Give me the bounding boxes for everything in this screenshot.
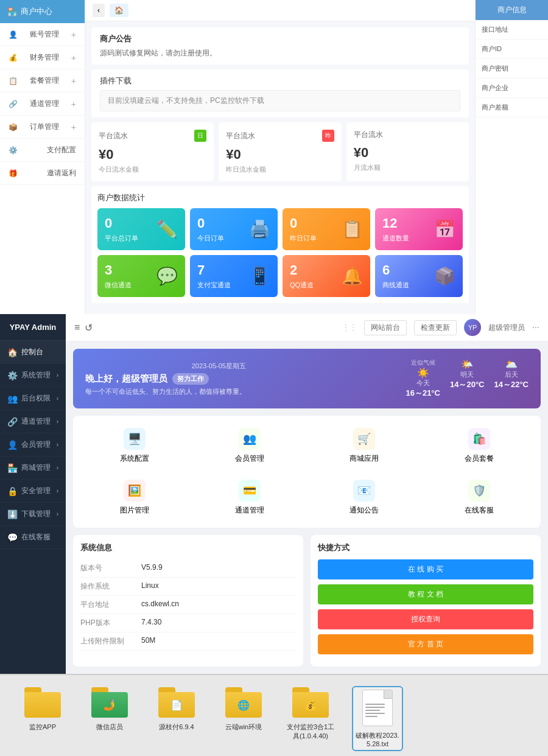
weather-today-label: 今天 xyxy=(406,379,440,388)
quicklink-buy-button[interactable]: 在 线 购 买 xyxy=(318,559,533,579)
folder-payment-monitor-icon: 💰 xyxy=(292,687,329,718)
stats-section: 商户数据统计 0 平台总订单 ✏️ 0 今日订单 xyxy=(91,186,469,303)
sidebar-item-icon: ⚙️ xyxy=(9,146,18,155)
flow-card-header: 平台流水 昨 xyxy=(226,130,334,142)
images-icon: 🖼️ xyxy=(124,480,146,502)
admin-nav-security[interactable]: 🔒 安全管理 › xyxy=(0,480,66,503)
admin-nav-label: 控制台 xyxy=(21,347,43,357)
sidebar-item-payment[interactable]: ⚙️ 支付配置 xyxy=(0,139,85,162)
stat-name: 平台总订单 xyxy=(105,234,138,243)
desktop-item-payment-monitor[interactable]: 💰 支付监控3合1工具(1.0.4.40) xyxy=(286,687,335,741)
more-options-icon[interactable]: ⋯ xyxy=(532,323,539,332)
merchant-main: ‹ 🏠 商户公告 源码测试修复网站，请勿注册使用。 插件下载 目前没填建云端，不… xyxy=(85,0,475,314)
flow-card-title: 平台流水 xyxy=(354,130,383,140)
quicklink-docs-button[interactable]: 教 程 文 档 xyxy=(318,584,533,604)
merchant-info-interface[interactable]: 接口地址 xyxy=(476,20,548,40)
nav-home-button[interactable]: 🏠 xyxy=(110,4,128,17)
quick-nav-packages[interactable]: 🛍️ 会员套餐 xyxy=(425,423,534,469)
sidebar-item-finance[interactable]: 💰 财务管理 + xyxy=(0,46,85,69)
refresh-icon[interactable]: ↺ xyxy=(85,322,93,334)
weather-location: 近似气候 xyxy=(406,359,440,367)
sidebar-item-rebate[interactable]: 🎁 邀请返利 xyxy=(0,162,85,185)
stat-num: 2 xyxy=(290,262,314,278)
stat-card-channels: 12 通道数量 📅 xyxy=(375,208,463,250)
member-management-icon: 👥 xyxy=(239,428,261,450)
flow-amount-yesterday: ¥0 xyxy=(226,147,334,163)
quick-nav-mall[interactable]: 🛒 商城应用 xyxy=(310,423,419,469)
admin-nav-label: 通道管理 xyxy=(21,416,51,427)
quick-nav-notice[interactable]: 📧 通知公告 xyxy=(310,475,419,520)
desktop-item-yuanzhifu[interactable]: 📄 源枝付6.9.4 xyxy=(152,687,201,732)
desktop-label: 云端win环境 xyxy=(225,723,262,732)
quick-nav-label: 图片管理 xyxy=(120,505,149,516)
desktop-item-cloud-win[interactable]: 🌐 云端win环境 xyxy=(219,687,268,732)
admin-section: YPAY Admin 🏠 控制台 ⚙️ 系统管理 › 👥 后台权限 › 🔗 xyxy=(0,314,548,674)
sidebar-item-icon: 👤 xyxy=(9,30,18,39)
flow-label-today: 今日流水金额 xyxy=(99,165,206,174)
quick-nav-channel-mgmt[interactable]: 💳 通道管理 xyxy=(195,475,304,520)
flow-card-header: 平台流水 日 xyxy=(99,130,206,142)
work-badge[interactable]: 努力工作 xyxy=(172,373,209,385)
sidebar-item-package[interactable]: 📋 套餐管理 + xyxy=(0,69,85,93)
sidebar-expand-icon: + xyxy=(71,122,76,132)
admin-nav-label: 在线客服 xyxy=(21,532,51,542)
merchant-info-header: 商户信息 xyxy=(476,0,548,20)
merchant-info-company[interactable]: 商户企业 xyxy=(476,79,548,98)
quicklink-homepage-button[interactable]: 官 方 首 页 xyxy=(318,634,533,654)
admin-nav-shop[interactable]: 🏪 商城管理 › xyxy=(0,457,66,480)
admin-nav-system[interactable]: ⚙️ 系统管理 › xyxy=(0,364,66,387)
stat-name: 昨日订单 xyxy=(290,234,317,243)
flow-label-yesterday: 昨日流水金额 xyxy=(226,165,334,174)
quick-nav-customer-service[interactable]: 🛡️ 在线客服 xyxy=(425,475,534,520)
sidebar-item-channel[interactable]: 🔗 通道管理 + xyxy=(0,93,85,116)
admin-nav-label: 系统管理 xyxy=(21,370,51,380)
check-update-button[interactable]: 检查更新 xyxy=(414,320,457,335)
sidebar-item-order[interactable]: 📦 订单管理 + xyxy=(0,116,85,139)
quicklink-auth-button[interactable]: 授权查询 xyxy=(318,609,533,629)
bottom-row: 系统信息 版本号 V5.9.9 操作系统 Linux 平台地址 xyxy=(73,535,541,667)
admin-nav-permission[interactable]: 👥 后台权限 › xyxy=(0,387,66,410)
announcement-box: 商户公告 源码测试修复网站，请勿注册使用。 xyxy=(91,27,469,65)
flow-card-title: 平台流水 xyxy=(99,131,128,141)
sidebar-expand-icon: + xyxy=(71,30,76,40)
stat-num: 0 xyxy=(290,215,317,231)
security-icon: 🔒 xyxy=(7,486,18,496)
admin-nav-channel[interactable]: 🔗 通道管理 › xyxy=(0,410,66,433)
sysinfo-val: 50M xyxy=(141,636,155,646)
greeting-text: 晚上好，超级管理员 xyxy=(85,373,167,385)
admin-nav-download[interactable]: ⬇️ 下载管理 › xyxy=(0,503,66,526)
stat-num: 3 xyxy=(105,262,132,278)
merchant-info-key[interactable]: 商户密钥 xyxy=(476,59,548,79)
desktop-item-wechat-staff[interactable]: 🤳 微信店员 xyxy=(85,687,134,732)
menu-toggle-icon[interactable]: ≡ xyxy=(74,322,80,333)
website-frontend-button[interactable]: 网站前台 xyxy=(364,320,407,335)
sysinfo-row-upload: 上传附件限制 50M xyxy=(80,632,296,651)
admin-nav-support[interactable]: 💬 在线客服 xyxy=(0,526,66,549)
quick-nav-images[interactable]: 🖼️ 图片管理 xyxy=(80,475,189,520)
desktop-section: 监控APP 🤳 微信店员 📄 xyxy=(0,674,548,756)
nav-back-button[interactable]: ‹ xyxy=(93,4,105,17)
weather-day-after: 🌥️ 后天 14～22°C xyxy=(494,359,529,399)
quick-nav-member-mgmt[interactable]: 👥 会员管理 xyxy=(195,423,304,469)
quicklinks-card: 快捷方式 在 线 购 买 教 程 文 档 授权查询 官 方 首 页 xyxy=(311,535,541,667)
admin-logo: YPAY Admin xyxy=(0,314,66,341)
desktop-item-crack-tutorial[interactable]: 破解教程2023.5.28.txt xyxy=(353,687,402,750)
desktop-item-monitor-app[interactable]: 监控APP xyxy=(18,687,67,732)
permission-icon: 👥 xyxy=(7,394,18,404)
merchant-info-id[interactable]: 商户ID xyxy=(476,40,548,59)
file-icon xyxy=(362,690,393,726)
chevron-down-icon: › xyxy=(57,441,58,448)
desktop-label: 支付监控3合1工具(1.0.4.40) xyxy=(286,723,335,741)
sysinfo-key: 操作系统 xyxy=(80,581,141,592)
admin-nav-dashboard[interactable]: 🏠 控制台 xyxy=(0,341,66,364)
quick-nav-sysconfg[interactable]: 🖥️ 系统配置 xyxy=(80,423,189,469)
admin-nav-member[interactable]: 👤 会员管理 › xyxy=(0,433,66,457)
merchant-info-diff[interactable]: 商户差额 xyxy=(476,98,548,117)
weather-dayafter-temp: 14～22°C xyxy=(494,379,529,390)
desktop-label: 破解教程2023.5.28.txt xyxy=(356,731,399,747)
sysinfo-row-version: 版本号 V5.9.9 xyxy=(80,559,296,578)
sidebar-item-label: 订单管理 xyxy=(30,122,59,132)
sidebar-item-account[interactable]: 👤 账号管理 + xyxy=(0,23,85,46)
quicklinks-title: 快捷方式 xyxy=(318,542,533,553)
sysinfo-row-url: 平台地址 cs.dkewl.cn xyxy=(80,596,296,614)
